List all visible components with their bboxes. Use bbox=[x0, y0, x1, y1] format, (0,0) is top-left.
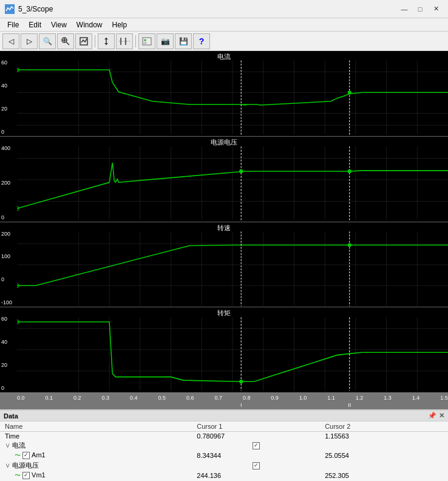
back-button[interactable]: ◁ bbox=[2, 33, 19, 49]
zoom-out-button[interactable]: 🔍 bbox=[39, 33, 56, 49]
data-panel-controls[interactable]: 📌 ✕ bbox=[428, 412, 444, 420]
svg-point-72 bbox=[348, 243, 351, 247]
help-button[interactable]: ? bbox=[193, 33, 210, 49]
cursor-button[interactable] bbox=[98, 33, 115, 49]
svg-rect-14 bbox=[144, 42, 146, 44]
table-row: 〜 Am1 8.34344 25.0554 bbox=[0, 451, 448, 460]
menu-help[interactable]: Help bbox=[107, 19, 132, 30]
data-panel: Data 📌 ✕ Name Cursor 1 Cursor 2 Time 0.7… bbox=[0, 409, 448, 481]
cursor-mode-button[interactable] bbox=[116, 33, 133, 49]
save-button[interactable]: 💾 bbox=[175, 33, 192, 49]
toolbar-sep-1 bbox=[95, 35, 95, 47]
checkbox-icon[interactable] bbox=[253, 442, 260, 449]
row-cursor1: 244.136 bbox=[192, 471, 320, 480]
data-panel-title: Data bbox=[4, 412, 18, 420]
table-row: ∨ 电源电压 bbox=[0, 460, 448, 471]
snapshot-button[interactable]: 📷 bbox=[157, 33, 174, 49]
checkbox-icon[interactable] bbox=[22, 452, 30, 459]
chart-voltage[interactable]: 电源电压 400 200 0 bbox=[0, 137, 448, 222]
svg-marker-7 bbox=[104, 38, 108, 39]
chart-current-title: 电流 bbox=[217, 52, 231, 61]
data-table: Name Cursor 1 Cursor 2 Time 0.780967 1.1… bbox=[0, 421, 448, 481]
table-row: 〜 Vm1 244.136 252.305 bbox=[0, 471, 448, 480]
chart-current[interactable]: 电流 60 40 20 0 bbox=[0, 51, 448, 137]
row-name: ∨ 电源电压 bbox=[0, 460, 192, 471]
menu-edit[interactable]: Edit bbox=[24, 19, 46, 30]
window-controls: — □ ✕ bbox=[397, 3, 443, 15]
row-name: 〜 Vm1 bbox=[0, 471, 192, 480]
chart-container: 电流 60 40 20 0 bbox=[0, 51, 448, 392]
checkbox-icon[interactable] bbox=[253, 462, 260, 469]
maximize-button[interactable]: □ bbox=[413, 3, 427, 15]
col-name: Name bbox=[0, 421, 192, 432]
zoom-in-button[interactable] bbox=[57, 33, 74, 49]
col-cursor2: Cursor 2 bbox=[320, 421, 448, 432]
menu-window[interactable]: Window bbox=[72, 19, 107, 30]
close-button[interactable]: ✕ bbox=[429, 3, 443, 15]
cursor1-label: I bbox=[240, 402, 242, 408]
menu-view[interactable]: View bbox=[46, 19, 72, 30]
chart-torque[interactable]: 转矩 60 40 20 0 bbox=[0, 307, 448, 392]
title-bar: 5_3/Scope — □ ✕ bbox=[0, 0, 448, 18]
chart-torque-title: 转矩 bbox=[217, 309, 231, 318]
close-icon[interactable]: ✕ bbox=[439, 412, 444, 420]
row-name: ∨ 电流 bbox=[0, 440, 192, 451]
checkbox-cell bbox=[192, 460, 320, 471]
chart-current-y-labels: 60 40 20 0 bbox=[1, 51, 7, 136]
svg-line-2 bbox=[66, 42, 69, 45]
scope-area: 电流 60 40 20 0 bbox=[0, 51, 448, 409]
fit-button[interactable] bbox=[75, 33, 92, 49]
legend-button[interactable] bbox=[138, 33, 155, 49]
chart-voltage-title: 电源电压 bbox=[211, 138, 237, 147]
forward-button[interactable]: ▷ bbox=[21, 33, 38, 49]
svg-point-52 bbox=[239, 169, 243, 173]
svg-marker-8 bbox=[104, 43, 108, 45]
x-axis: 0.0 0.1 0.2 0.3 0.4 0.5 0.6 0.7 0.8 0.9 … bbox=[0, 392, 448, 409]
menu-file[interactable]: File bbox=[2, 19, 24, 30]
row-cursor2: 252.305 bbox=[320, 471, 448, 480]
menu-bar: File Edit View Window Help bbox=[0, 18, 448, 32]
window-title: 5_3/Scope bbox=[18, 5, 53, 13]
svg-point-53 bbox=[348, 169, 351, 173]
toolbar: ◁ ▷ 🔍 bbox=[0, 32, 448, 51]
row-cursor2 bbox=[320, 460, 448, 471]
row-name: Time bbox=[0, 432, 192, 441]
row-name: 〜 Am1 bbox=[0, 451, 192, 460]
col-cursor1: Cursor 1 bbox=[192, 421, 320, 432]
chart-speed-title: 转速 bbox=[217, 223, 231, 233]
toolbar-sep-2 bbox=[135, 35, 136, 47]
table-row: ∨ 电流 bbox=[0, 440, 448, 451]
chart-speed-y-labels: 200 100 0 -100 bbox=[1, 222, 12, 307]
svg-point-33 bbox=[348, 90, 351, 94]
table-row: Time 0.780967 1.15563 bbox=[0, 432, 448, 441]
checkbox-cell bbox=[192, 440, 320, 451]
chart-torque-y-labels: 60 40 20 0 bbox=[1, 307, 7, 392]
minimize-button[interactable]: — bbox=[397, 3, 412, 15]
pin-icon[interactable]: 📌 bbox=[428, 412, 436, 420]
cursor2-label: II bbox=[348, 402, 351, 408]
row-cursor1: 8.34344 bbox=[192, 451, 320, 460]
data-panel-header: Data 📌 ✕ bbox=[0, 411, 448, 421]
svg-point-91 bbox=[239, 380, 243, 384]
row-cursor2: 1.15563 bbox=[320, 432, 448, 441]
checkbox-icon[interactable] bbox=[22, 472, 30, 479]
row-cursor2: 25.0554 bbox=[320, 451, 448, 460]
chart-voltage-y-labels: 400 200 0 bbox=[1, 137, 10, 222]
app-icon bbox=[5, 4, 15, 14]
row-cursor1: 0.780967 bbox=[192, 432, 320, 441]
row-cursor2 bbox=[320, 440, 448, 451]
chart-speed[interactable]: 转速 200 100 0 -100 bbox=[0, 222, 448, 308]
